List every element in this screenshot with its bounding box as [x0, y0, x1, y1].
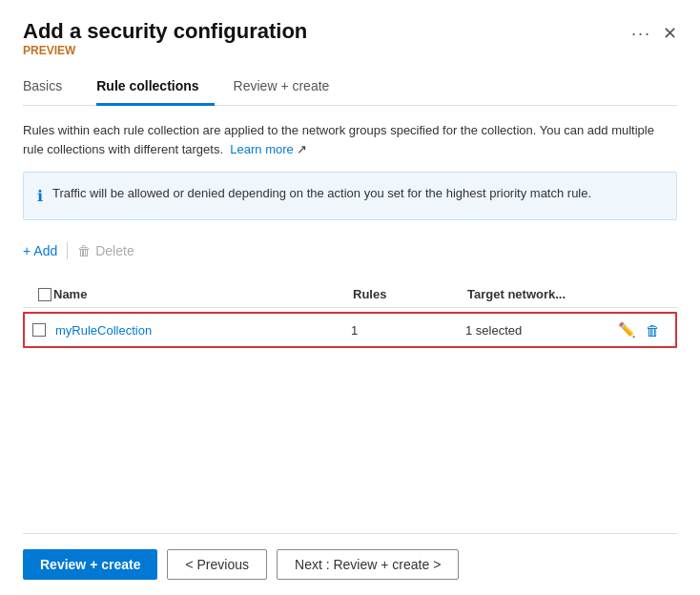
delete-button[interactable]: 🗑 Delete [77, 239, 134, 262]
row-checkbox[interactable] [32, 323, 46, 337]
dialog-footer: Review + create < Previous Next : Review… [23, 533, 677, 595]
delete-icon: 🗑 [77, 243, 91, 258]
learn-more-link[interactable]: Learn more [230, 142, 293, 156]
toolbar-separator [67, 242, 68, 259]
tab-review-create[interactable]: Review + create [234, 71, 345, 106]
preview-label: PREVIEW [23, 44, 307, 57]
header-rules: Rules [353, 287, 467, 301]
info-icon: ℹ [37, 185, 43, 208]
dialog-title-group: Add a security configuration PREVIEW [23, 19, 307, 69]
section-description: Rules within each rule collection are ap… [23, 121, 677, 158]
table-header-row: Name Rules Target network... [23, 281, 677, 308]
row-action-buttons: ✏️ 🗑 [618, 321, 660, 339]
header-target-network: Target network... [467, 287, 620, 301]
row-target-network: 1 selected [465, 323, 618, 338]
dialog-header-actions: ··· ✕ [631, 23, 677, 44]
header-actions [620, 287, 677, 301]
next-button[interactable]: Next : Review + create > [277, 549, 459, 580]
tab-basics[interactable]: Basics [23, 71, 77, 106]
add-security-configuration-dialog: Add a security configuration PREVIEW ···… [0, 0, 700, 595]
tab-bar: Basics Rule collections Review + create [23, 71, 677, 106]
row-name[interactable]: myRuleCollection [55, 323, 351, 338]
row-actions: ✏️ 🗑 [618, 321, 675, 339]
edit-icon[interactable]: ✏️ [618, 321, 636, 339]
row-rules: 1 [351, 323, 465, 338]
more-options-icon[interactable]: ··· [631, 24, 651, 44]
delete-label: Delete [95, 243, 134, 258]
rule-collections-table: Name Rules Target network... myRuleColle… [23, 281, 677, 533]
close-icon[interactable]: ✕ [663, 23, 677, 44]
table-row: myRuleCollection 1 1 selected ✏️ 🗑 [23, 312, 677, 348]
header-checkbox[interactable] [38, 288, 51, 301]
dialog-header: Add a security configuration PREVIEW ···… [23, 19, 677, 69]
review-create-button[interactable]: Review + create [23, 549, 157, 580]
add-button[interactable]: + Add [23, 239, 57, 262]
header-checkbox-cell [23, 287, 53, 301]
row-delete-icon[interactable]: 🗑 [646, 322, 660, 339]
dialog-title: Add a security configuration [23, 19, 307, 44]
info-banner: ℹ Traffic will be allowed or denied depe… [23, 172, 677, 220]
tab-rule-collections[interactable]: Rule collections [96, 71, 214, 106]
table-toolbar: + Add 🗑 Delete [23, 239, 677, 262]
row-checkbox-cell [25, 323, 55, 337]
previous-button[interactable]: < Previous [167, 549, 267, 580]
info-message: Traffic will be allowed or denied depend… [52, 184, 591, 203]
header-name: Name [53, 287, 353, 301]
